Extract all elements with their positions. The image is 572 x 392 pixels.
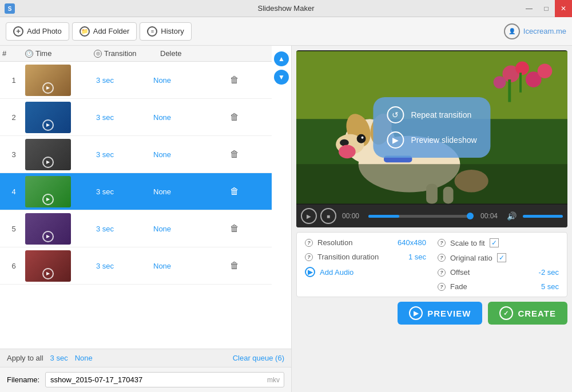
trans-link-1[interactable]: None (153, 76, 171, 85)
preview-slideshow-option[interactable]: ▶ Preview slideshow (387, 131, 476, 149)
add-audio-link[interactable]: Add Audio (320, 268, 353, 277)
video-controls: ▶ ■ 00:00 00:04 🔊 (296, 205, 567, 227)
table-row: 1 ▶ 3 sec None 🗑 (0, 62, 272, 99)
trans-cell-4[interactable]: None (149, 187, 217, 196)
trans-link-5[interactable]: None (153, 225, 171, 233)
volume-button[interactable]: 🔊 (503, 208, 519, 224)
delete-btn-5[interactable]: 🗑 (228, 221, 241, 236)
trans-cell-6[interactable]: None (149, 262, 217, 270)
close-button[interactable]: ✕ (555, 0, 572, 17)
progress-bar[interactable] (368, 215, 471, 218)
minimize-button[interactable]: — (521, 0, 538, 17)
time-link-4[interactable]: 3 sec (96, 187, 114, 196)
thumbnail-3: ▶ (25, 139, 71, 170)
restore-button[interactable]: □ (538, 0, 555, 17)
preview-button[interactable]: ▶ PREVIEW (398, 302, 482, 325)
stop-button[interactable]: ■ (320, 208, 336, 224)
offset-value[interactable]: -2 sec (539, 268, 559, 277)
trans-cell-5[interactable]: None (149, 225, 217, 233)
trans-cell-3[interactable]: None (149, 150, 217, 159)
trans-link-4[interactable]: None (153, 187, 171, 196)
time-cell-3[interactable]: 3 sec (92, 150, 149, 159)
time-total: 00:04 (480, 212, 498, 220)
resolution-row: ? Resolution 640x480 (305, 238, 426, 247)
settings-panel: ? Resolution 640x480 ? Transition durati… (296, 232, 567, 297)
svg-rect-7 (508, 79, 511, 102)
time-link-1[interactable]: 3 sec (96, 76, 114, 85)
titlebar: S Slideshow Maker — □ ✕ (0, 0, 572, 17)
create-btn-label: CREATE (518, 309, 556, 318)
transition-duration-value[interactable]: 1 sec (408, 253, 426, 261)
original-ratio-row: ? Original ratio ✓ (438, 253, 559, 262)
delete-btn-1[interactable]: 🗑 (228, 73, 241, 87)
play-icon: ▶ (387, 131, 404, 149)
time-link-3[interactable]: 3 sec (96, 150, 114, 159)
delete-btn-2[interactable]: 🗑 (228, 110, 241, 125)
table-row: 5 ▶ 3 sec None 🗑 (0, 210, 272, 247)
icecream-link[interactable]: 👤 Icecream.me (504, 23, 566, 39)
transition-duration-label: Transition duration (317, 253, 379, 261)
add-audio-row: ▶ Add Audio (305, 267, 426, 277)
time-link-2[interactable]: 3 sec (96, 113, 114, 122)
delete-btn-4[interactable]: 🗑 (228, 184, 241, 199)
add-photo-icon: + (13, 26, 23, 37)
time-cell-6[interactable]: 3 sec (92, 262, 149, 270)
preview-btn-icon: ▶ (409, 306, 423, 320)
action-buttons-row: ▶ PREVIEW ✓ CREATE (296, 302, 567, 325)
filename-input[interactable] (45, 372, 284, 387)
apply-transition-link[interactable]: None (75, 354, 93, 362)
trans-cell-2[interactable]: None (149, 113, 217, 122)
trans-cell-1[interactable]: None (149, 76, 217, 85)
preview-slideshow-label: Preview slideshow (411, 135, 476, 145)
play-button[interactable]: ▶ (301, 208, 317, 224)
svg-point-3 (515, 61, 529, 75)
row-num-5: 5 (0, 225, 23, 233)
add-photo-button[interactable]: + Add Photo (6, 22, 69, 41)
add-folder-button[interactable]: 📁 Add Folder (72, 22, 137, 41)
fade-value[interactable]: 5 sec (541, 282, 559, 291)
move-up-button[interactable]: ▲ (274, 51, 289, 66)
thumbnail-6: ▶ (25, 250, 71, 282)
slide-table: 1 ▶ 3 sec None 🗑 (0, 62, 272, 349)
scale-label: Scale to fit (450, 239, 485, 247)
icecream-label: Icecream.me (523, 27, 566, 35)
row-num-2: 2 (0, 113, 23, 122)
thumb-cell-5: ▶ (23, 211, 92, 247)
time-link-6[interactable]: 3 sec (96, 262, 114, 270)
svg-point-17 (362, 137, 364, 139)
time-link-5[interactable]: 3 sec (96, 225, 114, 233)
move-down-button[interactable]: ▼ (274, 70, 289, 85)
filename-bar: Filename: mkv (0, 367, 291, 392)
col-num: # (0, 49, 23, 58)
apply-time-link[interactable]: 3 sec (50, 354, 68, 362)
apply-label: Apply to all (7, 354, 43, 362)
scale-checkbox[interactable]: ✓ (490, 238, 499, 247)
col-time: 🕐 Time (23, 49, 92, 58)
thumbnail-4: ▶ (25, 176, 71, 207)
time-cell-2[interactable]: 3 sec (92, 113, 149, 122)
clear-queue-link[interactable]: Clear queue (6) (233, 354, 284, 362)
scale-fit-row: ? Scale to fit ✓ (438, 238, 559, 247)
delete-cell-2: 🗑 (217, 110, 252, 125)
delete-btn-3[interactable]: 🗑 (228, 147, 241, 162)
filename-label: Filename: (7, 375, 39, 384)
time-cell-4[interactable]: 3 sec (92, 187, 149, 196)
thumb-cell-6: ▶ (23, 248, 92, 284)
scale-help-icon: ? (438, 239, 446, 247)
time-cell-1[interactable]: 3 sec (92, 76, 149, 85)
trans-link-3[interactable]: None (153, 150, 171, 159)
trans-link-2[interactable]: None (153, 113, 171, 122)
resolution-help-icon: ? (305, 239, 313, 247)
volume-bar[interactable] (523, 215, 563, 218)
time-cell-5[interactable]: 3 sec (92, 225, 149, 233)
history-button[interactable]: ≡ History (140, 22, 191, 41)
trans-link-6[interactable]: None (153, 262, 171, 270)
row-num-6: 6 (0, 262, 23, 270)
resolution-value[interactable]: 640x480 (398, 238, 426, 247)
repeat-transition-option[interactable]: ↺ Repeat transition (387, 106, 476, 123)
delete-btn-6[interactable]: 🗑 (228, 258, 241, 273)
ratio-checkbox[interactable]: ✓ (497, 253, 506, 262)
create-button[interactable]: ✓ CREATE (488, 302, 567, 325)
add-folder-icon: 📁 (80, 26, 90, 37)
offset-help-icon: ? (438, 269, 446, 277)
